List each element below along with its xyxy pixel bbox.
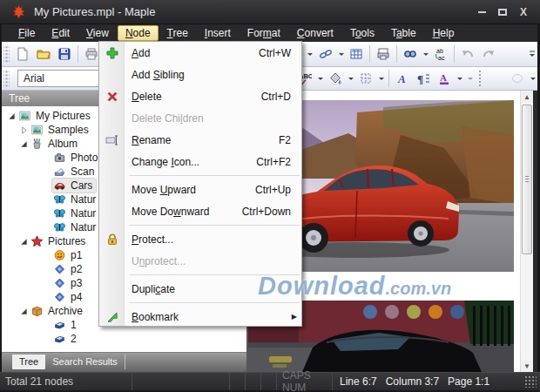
menu-item-move-upward[interactable]: Move UpwardCtrl+Up [99,179,301,200]
table-button[interactable] [346,44,367,64]
menubar-item-edit[interactable]: Edit [44,25,78,41]
menubar-item-convert[interactable]: Convert [289,25,341,41]
svg-text:¶: ¶ [417,72,423,85]
collapsed-arrow-icon[interactable] [17,126,30,134]
tree-node-label: p1 [71,249,82,261]
watermark-suffix: .com.vn [386,279,452,298]
vertical-scrollbar[interactable]: ▲ ▼ [520,91,533,372]
butterfly-icon [53,193,67,206]
menu-item-label: Delete [125,91,162,103]
borders-dropdown-arrow-icon[interactable] [376,69,386,89]
link-button[interactable] [315,44,336,64]
find-button[interactable] [400,44,421,64]
toolbar-grip[interactable] [3,70,10,88]
find-dropdown-arrow-icon[interactable] [421,44,430,64]
title-bar: My Pictures.mpl - Maple X [0,0,540,24]
add-icon [105,46,119,60]
menu-item-delete[interactable]: DeleteCtrl+D [99,85,301,107]
link-dropdown-arrow-icon[interactable] [336,44,346,64]
minimize-icon[interactable] [474,5,489,19]
status-column: Column 3:7 [386,375,439,388]
smiley-icon [53,249,67,261]
tree-node-label: Natur [71,221,96,233]
toolbar-grip [478,70,483,87]
menubar-item-insert[interactable]: Insert [197,25,239,41]
menu-item-rename[interactable]: RenameF2 [99,129,301,151]
expanded-arrow-icon[interactable] [5,112,17,120]
svg-text:A: A [397,72,406,85]
expanded-arrow-icon[interactable] [17,308,30,315]
font-color-button[interactable]: A [434,69,455,89]
dropdown-arrow-button[interactable] [304,44,315,64]
new-document-button[interactable] [12,44,33,64]
replace-icon: abac [434,47,448,61]
menu-separator [99,222,301,228]
pilcrow-button[interactable]: ¶ [413,69,434,89]
redo-icon [482,47,496,61]
font-dialog-button[interactable]: A [392,69,413,89]
tab-search-results[interactable]: Search Results [45,355,125,369]
car-icon [53,179,67,192]
svg-text:ab: ab [436,48,443,54]
fill-color-button[interactable] [325,69,346,89]
resize-grip[interactable] [524,375,537,388]
menu-item-delete-children: Delete Children [99,107,301,129]
fill-color-dropdown-arrow-icon[interactable] [346,69,355,89]
tree-node-label: p2 [71,263,82,275]
borders-icon [359,71,373,85]
tree-node-label: Cars [71,179,92,192]
status-total-nodes: Total 21 nodes [0,373,132,390]
borders-button[interactable] [355,69,376,89]
menu-item-bookmark[interactable]: Bookmark▶ [99,306,301,328]
undo-icon [461,47,475,61]
menubar-item-node[interactable]: Node [118,25,159,41]
menu-item-change-icon[interactable]: Change Icon...Ctrl+F2 [99,151,301,172]
menu-item-move-downward[interactable]: Move DownwardCtrl+Down [99,200,301,222]
overflow-arrow-button[interactable] [526,44,537,64]
menu-item-label: Delete Children [125,112,204,125]
toolbar-grip[interactable] [3,44,10,64]
print-preview-button[interactable] [373,44,394,64]
close-icon[interactable]: X [516,5,531,19]
menu-item-add-sibling[interactable]: Add Sibling [99,64,301,85]
save-button[interactable] [54,44,75,64]
maple-app-window: My Pictures.mpl - Maple X FileEditViewNo… [0,0,540,392]
status-page: Page 1:1 [448,375,489,388]
maximize-icon[interactable] [495,5,510,19]
font-color-dropdown-arrow-icon[interactable] [455,69,464,89]
scroll-down-icon[interactable]: ▼ [521,360,533,372]
menubar-item-file[interactable]: File [10,25,43,41]
expanded-arrow-icon[interactable] [17,238,30,246]
menubar-item-help[interactable]: Help [425,25,462,41]
menubar-item-table[interactable]: Table [383,25,424,41]
lock-icon [105,233,119,247]
tree-node-label: Samples [48,124,89,136]
shape-circle-icon [510,71,524,85]
tab-tree[interactable]: Tree [12,355,45,369]
tree-node-label: Archive [48,305,83,317]
star-icon [30,235,44,247]
menubar-item-tools[interactable]: Tools [342,25,382,41]
tree-node-2[interactable]: 2 [2,332,246,346]
submenu-arrow-icon: ▶ [292,313,297,321]
menu-item-protect[interactable]: Protect... [99,228,301,250]
toolbar-separator [454,45,455,63]
menu-item-label: Rename [125,134,171,146]
scroll-up-icon[interactable]: ▲ [521,91,533,103]
book-icon [53,333,67,345]
spellcheck-dropdown-arrow-icon[interactable] [315,69,325,89]
open-folder-button[interactable] [33,44,54,64]
panel-tab-bar: TreeSearch Results [2,352,246,372]
menubar-item-format[interactable]: Format [240,25,288,41]
menubar-item-view[interactable]: View [78,25,117,41]
menu-item-label: Add [125,47,150,59]
tree-node-label: 1 [71,319,77,331]
menu-item-add[interactable]: AddCtrl+W [99,42,301,64]
menubar-item-tree[interactable]: Tree [159,25,196,41]
expanded-arrow-icon[interactable] [17,140,30,148]
toolbar-separator [388,70,389,87]
font-dialog-icon: A [395,71,409,85]
replace-button[interactable]: abac [430,44,451,64]
tree-node-label: Photo [71,152,98,164]
scrollbar-thumb[interactable] [522,105,532,254]
